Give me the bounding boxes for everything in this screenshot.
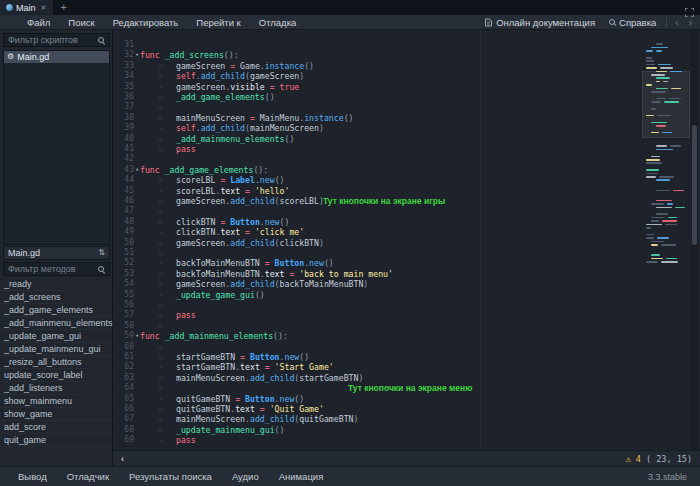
code-line[interactable]: 69»pass [113, 435, 700, 445]
sort-methods-icon[interactable]: ⇅ [98, 249, 105, 257]
method-item-show_mainmenu[interactable]: show_mainmenu [0, 395, 113, 408]
line-number: 55 [113, 290, 134, 300]
script-tab-bar: Main ✕ + [0, 0, 700, 15]
bottom-tab-Вывод[interactable]: Вывод [10, 469, 55, 484]
online-docs-button[interactable]: Онлайн документация [477, 17, 602, 28]
code-line[interactable]: 55»_update_game_gui() [113, 290, 700, 300]
code-line[interactable]: 65»quitGameBTN = Button.new() [113, 394, 700, 404]
code-line[interactable]: 60» [113, 342, 700, 352]
collapse-scripts-panel-icon[interactable]: ‹ [121, 454, 124, 464]
method-item-_add_game_elements[interactable]: _add_game_elements [0, 304, 113, 317]
script-list-item[interactable]: ⚙Main.gd [4, 51, 109, 63]
code-line[interactable]: 67»mainMenuScreen.add_child(quitGameBTN) [113, 414, 700, 424]
help-button[interactable]: Справка [602, 17, 663, 28]
tab-marker-icon: » [158, 238, 163, 248]
code-line[interactable]: 36»_add_game_elements() [113, 92, 700, 102]
method-item-_update_game_gui[interactable]: _update_game_gui [0, 330, 113, 343]
minimap-bar [646, 162, 662, 164]
new-tab-button[interactable]: + [53, 2, 73, 13]
history-back-icon[interactable]: ‹ [670, 17, 683, 28]
code-line[interactable]: 54»gameScreen.add_child(backToMainMenuBT… [113, 279, 700, 289]
code-line[interactable]: 39»self.add_child(mainMenuScreen) [113, 123, 700, 133]
code-line[interactable]: 32▾func _add_screens(): [113, 50, 700, 60]
minimap-bar [651, 74, 665, 76]
bottom-tab-Отладчик[interactable]: Отладчик [59, 469, 117, 484]
method-item-_add_listeners[interactable]: _add_listeners [0, 382, 113, 395]
code-line[interactable]: 41»pass [113, 144, 700, 154]
code-line[interactable]: 57»pass [113, 310, 700, 320]
scripts-filter-input[interactable] [3, 33, 110, 47]
method-item-update_score_label[interactable]: update_score_label [0, 369, 113, 382]
minimap-bar [651, 108, 656, 110]
bottom-tab-Результаты поиска[interactable]: Результаты поиска [121, 469, 220, 484]
methods-filter-input[interactable] [3, 262, 110, 276]
method-item-_add_mainmenu_elements[interactable]: _add_mainmenu_elements [0, 317, 113, 330]
bottom-tab-Аудио[interactable]: Аудио [224, 469, 267, 484]
code-line[interactable]: 51» [113, 248, 700, 258]
code-line[interactable]: 48»clickBTN = Button.new() [113, 217, 700, 227]
code-line[interactable]: 38»mainMenuScreen = MainMenu.instance() [113, 113, 700, 123]
menu-item-Отладка[interactable]: Отладка [250, 17, 306, 28]
minimap-bar [670, 71, 681, 73]
method-item-_resize_all_buttons[interactable]: _resize_all_buttons [0, 356, 113, 369]
code-line[interactable]: 45»scoreLBL.text = 'hello' [113, 186, 700, 196]
code-line[interactable]: 37» [113, 102, 700, 112]
menu-item-Редактировать[interactable]: Редактировать [104, 17, 188, 28]
code-line[interactable]: 66»quitGameBTN.text = 'Quit Game' [113, 404, 700, 414]
code-line[interactable]: 49»clickBTN.text = 'click me' [113, 227, 700, 237]
warning-count[interactable]: 4 [636, 454, 641, 464]
code-line[interactable]: 64»Тут кнопочки на экране меню [113, 383, 700, 393]
code-line[interactable]: 31 [113, 40, 700, 50]
bottom-tab-Анимация[interactable]: Анимация [271, 469, 332, 484]
menu-item-Перейти к[interactable]: Перейти к [187, 17, 249, 28]
code-line[interactable]: 62»startGameBTN.text = 'Start Game' [113, 362, 700, 372]
code-line[interactable]: 47» [113, 206, 700, 216]
fold-arrow-icon[interactable]: ▾ [135, 331, 139, 341]
menu-item-Поиск[interactable]: Поиск [59, 17, 103, 28]
method-item-_update_mainmenu_gui[interactable]: _update_mainmenu_gui [0, 343, 113, 356]
menu-bar: ФайлПоискРедактироватьПерейти кОтладка О… [0, 15, 700, 30]
code-line[interactable]: 63»mainMenuScreen.add_child(startGameBTN… [113, 373, 700, 383]
vertical-scrollbar[interactable] [691, 30, 698, 450]
code-line[interactable]: 33»gameScreen = Game.instance() [113, 61, 700, 71]
scrollbar-handle[interactable] [692, 125, 697, 245]
editor-status-strip: ‹ ⚠ 4 ( 23, 15) [113, 450, 700, 466]
code-editor[interactable]: 3132▾func _add_screens():33»gameScreen =… [113, 30, 700, 466]
menu-item-Файл[interactable]: Файл [18, 17, 59, 28]
code-area[interactable]: 3132▾func _add_screens():33»gameScreen =… [113, 30, 700, 450]
code-line[interactable]: 35»gameScreen.visible = true [113, 82, 700, 92]
warning-icon[interactable]: ⚠ [625, 454, 630, 464]
method-item-quit_game[interactable]: quit_game [0, 434, 113, 447]
code-line[interactable]: 40»_add_mainmenu_elements() [113, 134, 700, 144]
code-line[interactable]: 43▾func _add_game_elements(): [113, 165, 700, 175]
code-line[interactable]: 68»_update_mainmenu_gui() [113, 425, 700, 435]
bottom-panel-bar: ВыводОтладчикРезультаты поискаАудиоАнима… [0, 466, 700, 486]
method-item-_add_screens[interactable]: _add_screens [0, 291, 113, 304]
fold-arrow-icon[interactable]: ▾ [135, 165, 139, 175]
code-line[interactable]: 44»scoreLBL = Label.new() [113, 175, 700, 185]
code-tokens: gameScreen.add_child(clickBTN) [176, 238, 324, 248]
method-item-add_score[interactable]: add_score [0, 421, 113, 434]
code-line[interactable]: 46»gameScreen.add_child(scoreLBL)Тут кно… [113, 196, 700, 206]
code-line[interactable]: 56» [113, 300, 700, 310]
code-tokens: func _add_screens(): [140, 50, 239, 60]
code-line[interactable]: 58» [113, 321, 700, 331]
tab-label: Main [16, 3, 36, 13]
method-item-_ready[interactable]: _ready [0, 278, 113, 291]
history-forward-icon[interactable]: › [684, 17, 697, 28]
tab-main[interactable]: Main ✕ [0, 0, 53, 15]
code-line[interactable]: 53»backToMainMenuBTN.text = 'back to mai… [113, 269, 700, 279]
minimap[interactable] [644, 38, 688, 270]
menu-bar-right: Онлайн документация Справка ‹ › [477, 17, 700, 28]
code-line[interactable]: 52»backToMainMenuBTN = Button.new() [113, 258, 700, 268]
close-tab-icon[interactable]: ✕ [39, 4, 47, 11]
code-line[interactable]: 42 [113, 154, 700, 164]
fold-arrow-icon[interactable]: ▾ [135, 50, 139, 60]
code-line[interactable]: 34»self.add_child(gameScreen) [113, 71, 700, 81]
minimap-bar [651, 122, 667, 124]
method-item-show_game[interactable]: show_game [0, 408, 113, 421]
code-line[interactable]: 50»gameScreen.add_child(clickBTN) [113, 238, 700, 248]
code-line[interactable]: 61»startGameBTN = Button.new() [113, 352, 700, 362]
code-line[interactable]: 59▾func _add_mainmenu_elements(): [113, 331, 700, 341]
distraction-free-icon[interactable] [685, 3, 694, 12]
